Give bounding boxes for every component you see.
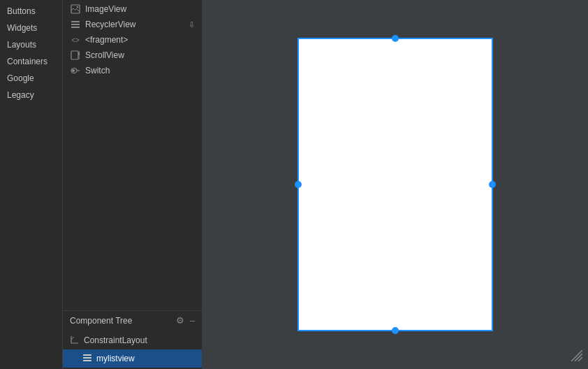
recyclerview-icon: [70, 20, 81, 29]
component-fragment[interactable]: <> <fragment>: [63, 32, 202, 48]
svg-rect-13: [83, 360, 91, 361]
tree-minimize-icon[interactable]: –: [190, 315, 195, 326]
handle-top[interactable]: [392, 35, 399, 42]
resize-icon: [571, 350, 582, 363]
component-list: ImageView RecyclerView ⇩ <> <fragment>: [63, 0, 202, 310]
component-scrollview[interactable]: ScrollView: [63, 48, 202, 63]
svg-rect-2: [71, 21, 80, 22]
mylistview-icon: [82, 353, 92, 364]
svg-rect-5: [71, 51, 78, 59]
component-imageview[interactable]: ImageView: [63, 1, 202, 17]
sidebar-item-layouts[interactable]: Layouts: [0, 36, 62, 53]
device-frame[interactable]: [297, 38, 493, 331]
component-recyclerview[interactable]: RecyclerView ⇩: [63, 17, 202, 32]
fragment-label: <fragment>: [85, 35, 128, 45]
svg-point-1: [77, 6, 78, 8]
imageview-icon: [70, 4, 81, 14]
handle-left[interactable]: [295, 181, 302, 188]
scrollview-icon: [70, 50, 81, 60]
fragment-icon: <>: [70, 36, 81, 44]
sidebar-item-widgets[interactable]: Widgets: [0, 20, 62, 36]
download-icon: ⇩: [189, 20, 195, 29]
tree-title: Component Tree: [70, 316, 132, 326]
sidebar-item-buttons[interactable]: Buttons: [0, 3, 62, 20]
component-tree: Component Tree ⚙ – ConstraintLayout: [63, 310, 202, 369]
sidebar-item-legacy[interactable]: Legacy: [0, 87, 62, 103]
sidebar-categories: Buttons Widgets Layouts Containers Googl…: [0, 0, 63, 369]
svg-rect-12: [83, 357, 91, 359]
canvas-area: [203, 0, 588, 369]
svg-line-15: [575, 354, 582, 361]
tree-header-icons: ⚙ –: [176, 315, 195, 326]
constraintlayout-icon: [70, 335, 80, 346]
sidebar-item-containers[interactable]: Containers: [0, 53, 62, 70]
switch-icon: [70, 66, 81, 75]
sidebar-item-google[interactable]: Google: [0, 70, 62, 87]
svg-rect-7: [79, 52, 80, 55]
handle-bottom[interactable]: [392, 327, 399, 334]
tree-item-constraintlayout[interactable]: ConstraintLayout: [63, 331, 202, 349]
tree-header: Component Tree ⚙ –: [63, 311, 202, 330]
svg-rect-4: [71, 27, 80, 28]
svg-point-9: [72, 69, 75, 72]
constraintlayout-label: ConstraintLayout: [84, 335, 147, 345]
svg-rect-11: [83, 354, 91, 356]
tree-settings-icon[interactable]: ⚙: [176, 315, 184, 326]
component-switch[interactable]: Switch: [63, 63, 202, 78]
handle-right[interactable]: [489, 181, 496, 188]
svg-rect-3: [71, 24, 80, 25]
tree-item-mylistview[interactable]: mylistview: [63, 349, 202, 368]
recyclerview-label: RecyclerView: [85, 20, 135, 29]
switch-label: Switch: [85, 66, 110, 75]
mylistview-label: mylistview: [96, 354, 135, 363]
imageview-label: ImageView: [85, 4, 126, 14]
tree-body: ConstraintLayout mylistview: [63, 330, 202, 369]
scrollview-label: ScrollView: [85, 50, 124, 60]
component-panel: ImageView RecyclerView ⇩ <> <fragment>: [63, 0, 203, 369]
